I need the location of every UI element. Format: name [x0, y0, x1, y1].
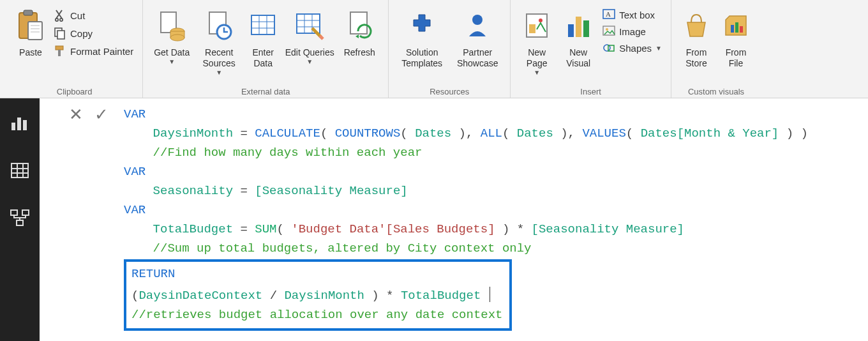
ribbon-group-custom-visuals: From Store From File Custom visuals — [671, 0, 761, 98]
refresh-button[interactable]: Refresh — [336, 3, 383, 70]
code-token: [Seasonality Measure] — [255, 184, 407, 198]
paste-button[interactable]: Paste — [11, 3, 50, 70]
recent-sources-button[interactable]: Recent Sources ▼ — [195, 3, 243, 78]
partner-showcase-button[interactable]: Partner Showcase — [450, 3, 505, 70]
ribbon-group-external-data: Get Data ▼ Recent Sources ▼ Enter Data E… — [143, 0, 389, 98]
code-token: CALCULATE — [255, 126, 320, 140]
formula-bar: ✕ ✓ VAR DaysinMonth = CALCULATE( COUNTRO… — [57, 102, 865, 337]
formula-editor[interactable]: VAR DaysinMonth = CALCULATE( COUNTROWS( … — [120, 102, 865, 337]
refresh-icon — [345, 6, 373, 45]
new-visual-label: New Visual — [559, 47, 597, 69]
recent-sources-label: Recent Sources — [197, 47, 241, 69]
svg-text:A: A — [606, 10, 611, 18]
code-token: DaysinDateContext — [138, 289, 262, 303]
ribbon-group-label-external-data: External data — [148, 84, 383, 98]
formula-cancel-button[interactable]: ✕ — [69, 106, 83, 123]
model-view-icon — [10, 209, 30, 227]
format-painter-label: Format Painter — [70, 46, 133, 57]
code-token: Dates — [415, 126, 451, 140]
code-token: VAR — [124, 165, 146, 179]
code-token: ( — [276, 222, 291, 236]
copy-button[interactable]: Copy — [50, 24, 137, 42]
enter-data-button[interactable]: Enter Data — [243, 3, 283, 70]
report-view-icon — [10, 115, 29, 132]
from-store-icon — [682, 6, 710, 45]
svg-point-29 — [472, 15, 483, 25]
paste-label: Paste — [19, 47, 42, 69]
edit-queries-button[interactable]: Edit Queries ▼ — [283, 3, 336, 70]
code-token: / — [262, 289, 284, 303]
report-canvas: Allo City Na Au ✕ ✓ VAR DaysinMonth = CA… — [40, 98, 868, 341]
ribbon-group-resources: Solution Templates Partner Showcase Reso… — [389, 0, 511, 98]
nav-report-view[interactable] — [6, 110, 33, 137]
format-painter-button[interactable]: Format Painter — [50, 42, 137, 60]
svg-rect-11 — [58, 50, 61, 56]
recent-sources-icon — [204, 6, 234, 45]
new-visual-button[interactable]: New Visual — [558, 3, 599, 70]
text-box-icon: A — [602, 9, 615, 20]
solution-templates-button[interactable]: Solution Templates — [394, 3, 450, 70]
code-token: DaysinMonth — [153, 126, 233, 140]
code-token: [Seasonality Measure] — [532, 222, 684, 236]
code-token: ) * — [364, 289, 401, 303]
enter-data-icon — [249, 6, 277, 45]
get-data-icon — [157, 6, 186, 45]
code-token: = — [233, 222, 255, 236]
code-token: ( — [626, 126, 641, 140]
code-comment: //retrieves budget allocation over any d… — [131, 308, 503, 322]
svg-rect-46 — [17, 117, 21, 130]
format-painter-icon — [54, 45, 66, 57]
new-visual-icon — [564, 6, 592, 45]
code-token: ( — [502, 126, 517, 140]
get-data-button[interactable]: Get Data ▼ — [148, 3, 195, 70]
ribbon: Paste Cut Copy — [0, 0, 868, 98]
cut-button[interactable]: Cut — [50, 6, 137, 24]
text-box-button[interactable]: A Text box — [599, 6, 666, 23]
workspace: Allo City Na Au ✕ ✓ VAR DaysinMonth = CA… — [0, 98, 868, 341]
shapes-button[interactable]: Shapes ▼ — [599, 40, 666, 56]
edit-queries-label: Edit Queries — [285, 47, 334, 58]
paste-icon — [17, 6, 45, 45]
code-token: Seasonality — [153, 184, 233, 198]
svg-rect-45 — [11, 123, 15, 130]
from-store-label: From Store — [678, 47, 715, 69]
svg-rect-48 — [11, 163, 28, 178]
code-token: VAR — [124, 203, 146, 217]
svg-rect-33 — [568, 24, 574, 37]
svg-point-15 — [170, 34, 184, 41]
from-store-button[interactable]: From Store — [677, 3, 716, 70]
nav-data-view[interactable] — [6, 157, 33, 184]
svg-rect-47 — [23, 120, 27, 130]
code-token: COUNTROWS — [335, 126, 401, 140]
code-token: Dates — [517, 126, 553, 140]
chevron-down-icon: ▼ — [197, 69, 241, 77]
from-file-icon — [722, 6, 750, 45]
svg-rect-42 — [731, 25, 734, 33]
code-token: ( — [131, 289, 138, 303]
code-comment: //Find how many days within each year — [153, 146, 423, 160]
formula-commit-button[interactable]: ✓ — [94, 106, 108, 123]
code-token: 'Budget Data'[Sales Budgets] — [291, 222, 495, 236]
svg-point-6 — [56, 19, 58, 21]
code-token: ), — [553, 126, 583, 140]
code-comment: //Sum up total budgets, altered by City … — [153, 241, 532, 255]
partner-showcase-label: Partner Showcase — [451, 47, 504, 69]
ribbon-group-label-insert: Insert — [516, 84, 666, 98]
image-label: Image — [619, 26, 646, 37]
svg-rect-44 — [740, 26, 743, 33]
text-cursor — [490, 287, 490, 302]
image-button[interactable]: Image — [599, 23, 666, 40]
code-token: ) ) — [779, 126, 808, 140]
svg-rect-53 — [11, 210, 17, 215]
svg-rect-1 — [24, 10, 33, 15]
code-token: Dates[Month & Year] — [641, 126, 779, 140]
code-token: ALL — [481, 126, 502, 140]
svg-point-7 — [60, 19, 63, 21]
code-token: RETURN — [131, 267, 175, 281]
cut-icon — [54, 9, 66, 22]
new-page-button[interactable]: New Page ▼ — [516, 3, 558, 78]
code-token: ( — [400, 126, 415, 140]
from-file-button[interactable]: From File — [716, 3, 756, 70]
nav-model-view[interactable] — [6, 204, 33, 231]
code-token: = — [233, 184, 255, 198]
